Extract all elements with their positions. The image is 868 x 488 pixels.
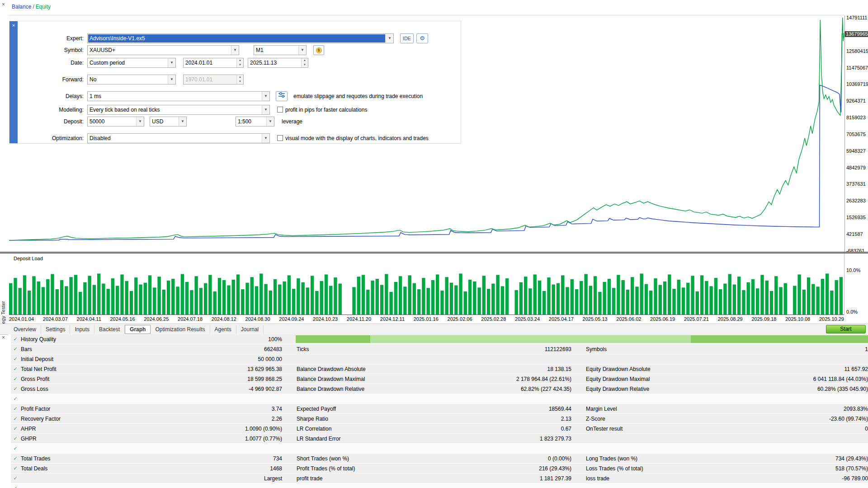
spinner-icon[interactable]: ▲▼ (236, 58, 243, 67)
tab-backtest[interactable]: Backtest (94, 325, 125, 334)
tab-inputs[interactable]: Inputs (70, 325, 94, 334)
load-max-label: 10.0% (846, 267, 860, 273)
y-axis-label: 10369719 (846, 82, 868, 87)
chevron-down-icon[interactable]: ▼ (231, 46, 239, 55)
stat-label: Long Trades (won %) (585, 455, 734, 462)
stat-value: 1.0090 (0.90%) (169, 426, 282, 432)
deposit-currency-value: USD (152, 118, 163, 125)
chevron-down-icon[interactable]: ▼ (266, 117, 274, 126)
y-axis-label: 8159023 (846, 115, 868, 120)
table-row: ✓ (11, 483, 868, 488)
visual-mode-checkbox[interactable] (277, 135, 283, 141)
tab-settings[interactable]: Settings (41, 325, 70, 334)
y-axis-label: 7053675 (846, 132, 868, 137)
expert-combo[interactable]: Advisors\Inside-V1.ex5 ▼ (87, 33, 394, 43)
tab-graph[interactable]: Graph (125, 325, 151, 334)
stat-label: Expected Payoff (296, 406, 445, 412)
spinner-icon[interactable]: ▲▼ (301, 58, 308, 67)
modelling-label: Modelling: (18, 105, 84, 115)
stat-label: AHPR (20, 426, 169, 432)
stat-value: 2.26 (169, 416, 282, 422)
date-from-field[interactable]: 2024.01.01 ▲▼ (183, 58, 244, 68)
stat-label: Equity Drawdown Absolute (585, 366, 734, 372)
report-table: ✓History Quality100%✓Bars662483Ticks1121… (8, 334, 868, 488)
leverage-combo[interactable]: 1:500 ▼ (236, 117, 274, 127)
forward-row: Forward: No ▼ 1970.01.01 ▲▼ (18, 75, 461, 84)
x-axis-date: 2025.02.06 (448, 316, 472, 322)
chevron-down-icon[interactable]: ▼ (262, 134, 269, 143)
ide-button[interactable]: IDE (400, 33, 414, 43)
check-icon: ✓ (11, 346, 20, 352)
profit-in-pips-checkbox[interactable] (277, 107, 283, 113)
symbol-label: Symbol: (18, 45, 84, 55)
panel-grip[interactable]: × (9, 21, 18, 143)
forward-mode-combo[interactable]: No ▼ (87, 75, 176, 84)
x-axis-date: 2025.06.02 (616, 316, 641, 322)
slippage-sliders-icon[interactable] (276, 91, 288, 101)
chevron-down-icon[interactable]: ▼ (168, 58, 175, 67)
stat-value: 18 138.15 (445, 366, 571, 372)
table-row: ✓Total Net Profit13 629 965.38Balance Dr… (11, 364, 868, 374)
chevron-down-icon[interactable]: ▼ (262, 92, 269, 101)
date-mode-combo[interactable]: Custom period ▼ (87, 58, 176, 68)
check-icon: ✓ (11, 416, 20, 422)
x-axis-date: 2025.10.08 (785, 316, 810, 322)
gear-icon[interactable]: ⚙ (416, 33, 428, 43)
check-icon: ✓ (11, 386, 20, 392)
chevron-down-icon[interactable]: ▼ (262, 105, 269, 114)
chevron-down-icon[interactable]: ▼ (168, 75, 175, 84)
x-axis-date: 2025.10.29 (819, 316, 844, 322)
tab-agents[interactable]: Agents (210, 325, 236, 334)
modelling-combo[interactable]: Every tick based on real ticks ▼ (87, 105, 270, 115)
delays-combo[interactable]: 1 ms ▼ (87, 91, 270, 101)
check-icon: ✓ (11, 455, 20, 461)
close-settings-icon[interactable]: × (9, 23, 18, 28)
chevron-down-icon[interactable]: ▼ (386, 34, 393, 43)
stat-value: 0.67 (445, 426, 571, 432)
deposit-amount-combo[interactable]: 50000 ▼ (87, 117, 144, 127)
x-axis-date: 2024.10.23 (313, 316, 338, 322)
stat-value: 1468 (169, 465, 282, 472)
tab-overview[interactable]: Overview (9, 325, 41, 334)
symbol-combo[interactable]: XAUUSD+ ▼ (87, 45, 239, 55)
table-row: ✓AHPR1.0090 (0.90%)LR Correlation0.67OnT… (11, 424, 868, 433)
stat-label: LR Standard Error (296, 436, 445, 442)
stat-label: Gross Profit (20, 376, 169, 382)
deposit-label: Deposit: (18, 117, 84, 127)
stat-label: Total Net Profit (20, 366, 169, 372)
close-tester-icon[interactable]: × (2, 335, 5, 340)
deposit-currency-combo[interactable]: USD ▼ (150, 117, 187, 127)
table-row: ✓Total Deals1468Profit Trades (% of tota… (11, 464, 868, 473)
check-icon: ✓ (11, 396, 20, 402)
table-row: ✓Profit Factor3.74Expected Payoff18569.4… (11, 404, 868, 413)
deposit-row: Deposit: 50000 ▼ USD ▼ 1:500 ▼ leverage (18, 117, 461, 127)
stat-value: 1 (734, 346, 868, 352)
table-row: ✓History Quality100% (11, 334, 868, 344)
x-axis-date: 2024.01.04 (9, 316, 34, 322)
symbol-properties-button[interactable]: $ (313, 45, 324, 55)
chevron-down-icon[interactable]: ▼ (136, 117, 144, 126)
check-icon: ✓ (11, 475, 20, 481)
chevron-down-icon[interactable]: ▼ (298, 46, 306, 55)
stat-value: 62.82% (227 424.35) (445, 386, 571, 392)
leverage-label: leverage (282, 117, 302, 127)
x-axis-date: 2025.09.18 (751, 316, 776, 322)
stat-label: Balance Drawdown Maximal (296, 376, 445, 382)
timeframe-combo[interactable]: M1 ▼ (254, 45, 307, 55)
chevron-down-icon[interactable]: ▼ (179, 117, 186, 126)
close-icon[interactable]: × (2, 2, 5, 7)
x-axis-date: 2025.01.16 (414, 316, 439, 322)
expert-value: Advisors\Inside-V1.ex5 (88, 34, 385, 42)
date-to-field[interactable]: 2025.11.13 ▲▼ (248, 58, 308, 68)
stat-value: 1.0077 (0.77%) (169, 436, 282, 442)
optimization-combo[interactable]: Disabled ▼ (87, 133, 270, 143)
timeframe-value: M1 (256, 47, 264, 53)
tab-journal[interactable]: Journal (236, 325, 264, 334)
date-from-value: 2024.01.01 (185, 60, 212, 66)
check-icon: ✓ (11, 426, 20, 432)
x-axis-date: 2024.08.30 (245, 316, 270, 322)
tab-optimization-results[interactable]: Optimization Results (151, 325, 210, 334)
optimization-value: Disabled (90, 135, 111, 141)
start-button[interactable]: Start (826, 325, 866, 333)
stat-value: 0 (0.00%) (445, 455, 571, 462)
